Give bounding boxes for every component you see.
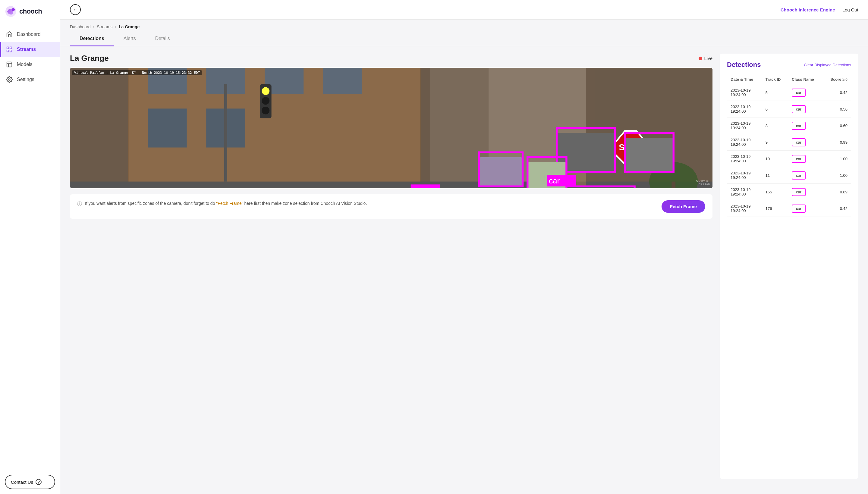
cell-class-name: car — [788, 84, 823, 101]
svg-rect-52 — [625, 138, 673, 172]
live-badge: Live — [699, 56, 713, 61]
svg-point-1 — [12, 8, 15, 11]
cell-score: 0.56 — [823, 101, 851, 117]
cell-class-name: car — [788, 200, 823, 217]
table-row: 2023-10-1919:24:00176car0.42 — [727, 200, 851, 217]
cell-track-id: 176 — [762, 200, 788, 217]
breadcrumb-dashboard[interactable]: Dashboard — [70, 24, 91, 29]
question-icon: ? — [36, 479, 42, 485]
tabs: Detections Alerts Details — [60, 32, 868, 46]
table-row: 2023-10-1919:24:006car0.56 — [727, 101, 851, 117]
logout-button[interactable]: Log Out — [843, 7, 858, 12]
top-header: ← Chooch Inference Engine Log Out — [60, 0, 868, 20]
video-background: STOP — [70, 68, 713, 188]
tab-detections[interactable]: Detections — [70, 32, 114, 46]
sidebar-item-settings[interactable]: Settings — [0, 72, 60, 87]
active-indicator — [0, 42, 1, 57]
streams-icon — [6, 46, 13, 53]
class-badge: car — [792, 205, 806, 213]
page-content: La Grange Live — [60, 46, 868, 486]
logo-area: chooch — [0, 0, 60, 23]
cell-date-time: 2023-10-1919:24:00 — [727, 117, 762, 134]
stream-panel: La Grange Live — [70, 54, 713, 479]
fetch-section: ⓘ If you want alerts from specific zones… — [70, 194, 713, 219]
table-row: 2023-10-1919:24:00165car0.89 — [727, 184, 851, 200]
video-overlay-text: Virtual Railfan - La Grange, KY - North … — [72, 70, 202, 75]
table-row: 2023-10-1919:24:0011car1.00 — [727, 167, 851, 184]
col-track-id: Track ID — [762, 75, 788, 84]
contact-us-label: Contact Us — [11, 479, 33, 484]
fetch-frame-button[interactable]: Fetch Frame — [662, 200, 705, 213]
cell-score: 0.42 — [823, 84, 851, 101]
detections-table: Date & Time Track ID Class Name Score ≥ … — [727, 75, 851, 217]
breadcrumb-current: La Grange — [119, 24, 140, 29]
class-badge: car — [792, 105, 806, 113]
tab-details[interactable]: Details — [146, 32, 180, 46]
cell-class-name: car — [788, 151, 823, 167]
cell-class-name: car — [788, 167, 823, 184]
clear-detections-button[interactable]: Clear Displayed Detections — [804, 63, 851, 67]
fetch-info: ⓘ If you want alerts from specific zones… — [77, 200, 654, 207]
info-icon: ⓘ — [77, 201, 82, 207]
fetch-text: If you want alerts from specific zones o… — [85, 200, 367, 207]
svg-rect-3 — [10, 47, 12, 49]
table-row: 2023-10-1919:24:008car0.60 — [727, 117, 851, 134]
content-area: Dashboard › Streams › La Grange Detectio… — [60, 20, 868, 494]
sidebar-item-settings-label: Settings — [17, 77, 34, 82]
street-scene-svg: STOP — [70, 68, 713, 188]
header-left: ← — [70, 4, 81, 15]
svg-rect-39 — [671, 182, 676, 188]
app-name: chooch — [19, 7, 42, 15]
back-arrow-icon: ← — [73, 7, 78, 12]
svg-rect-5 — [10, 50, 12, 52]
watermark: ⚙ VIRTUALRAILFAN — [696, 180, 710, 186]
live-label: Live — [704, 56, 713, 61]
sidebar-item-dashboard[interactable]: Dashboard — [0, 27, 60, 42]
col-date-time: Date & Time — [727, 75, 762, 84]
cell-class-name: car — [788, 184, 823, 200]
cell-class-name: car — [788, 134, 823, 151]
breadcrumb: Dashboard › Streams › La Grange — [60, 20, 868, 29]
score-header-label: Score — [830, 77, 841, 82]
cell-class-name: car — [788, 117, 823, 134]
breadcrumb-sep-1: › — [93, 24, 95, 29]
col-class-name: Class Name — [788, 75, 823, 84]
nav-items: Dashboard Streams — [0, 23, 60, 470]
svg-point-34 — [262, 97, 270, 105]
header-right: Chooch Inference Engine Log Out — [781, 7, 858, 12]
cell-track-id: 8 — [762, 117, 788, 134]
table-row: 2023-10-1919:24:009car0.99 — [727, 134, 851, 151]
score-filter-dropdown[interactable]: ≥ 0 — [843, 77, 848, 82]
contact-us-button[interactable]: Contact Us ? — [5, 475, 55, 489]
sidebar-item-streams[interactable]: Streams — [0, 42, 60, 57]
svg-point-9 — [8, 79, 10, 80]
detections-table-body: 2023-10-1919:24:005car0.422023-10-1919:2… — [727, 84, 851, 217]
cell-date-time: 2023-10-1919:24:00 — [727, 200, 762, 217]
cell-track-id: 5 — [762, 84, 788, 101]
svg-rect-54 — [479, 157, 523, 187]
inference-engine-link[interactable]: Chooch Inference Engine — [781, 7, 835, 12]
breadcrumb-sep-2: › — [115, 24, 116, 29]
cell-score: 0.42 — [823, 200, 851, 217]
breadcrumb-streams[interactable]: Streams — [97, 24, 112, 29]
sidebar-item-models[interactable]: Models — [0, 57, 60, 72]
class-badge: car — [792, 138, 806, 146]
sidebar: chooch Dashboard Str — [0, 0, 60, 494]
cell-score: 1.00 — [823, 167, 851, 184]
video-container: STOP — [70, 68, 713, 188]
class-badge: car — [792, 155, 806, 163]
back-button[interactable]: ← — [70, 4, 81, 15]
detections-header: Detections Clear Displayed Detections — [727, 61, 851, 69]
svg-point-33 — [262, 87, 270, 95]
svg-rect-6 — [7, 62, 12, 67]
cell-date-time: 2023-10-1919:24:00 — [727, 134, 762, 151]
tab-alerts[interactable]: Alerts — [114, 32, 146, 46]
cell-class-name: car — [788, 101, 823, 117]
class-badge: car — [792, 89, 806, 97]
stream-title: La Grange — [70, 54, 109, 63]
models-icon — [6, 61, 13, 68]
svg-text:car: car — [549, 176, 560, 185]
cell-score: 0.89 — [823, 184, 851, 200]
cell-track-id: 11 — [762, 167, 788, 184]
detections-title: Detections — [727, 61, 761, 69]
